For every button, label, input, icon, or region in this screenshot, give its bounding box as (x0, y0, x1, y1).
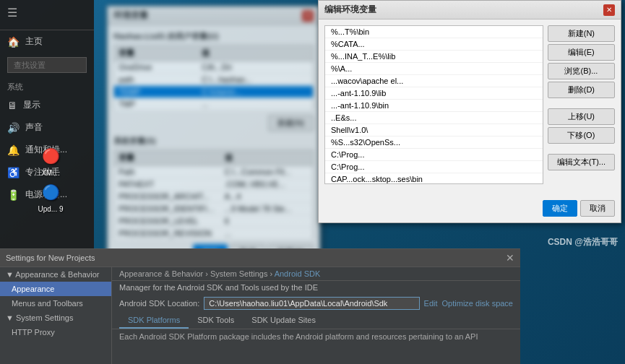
edit-env-titlebar: 编辑环境变量 ✕ (319, 1, 621, 20)
cell-var: PROCESSOR_LEVEL (114, 215, 220, 228)
cell-var: Path (114, 166, 220, 178)
cell-val: C:\...Common Fil... (220, 166, 314, 178)
sdk-content-area: Each Android SDK Platform package includ… (112, 329, 520, 344)
list-item[interactable]: ...-ant-1.10.9\bin (325, 100, 543, 112)
table-row[interactable]: PATHEXT .COM;.VBS;VE... (114, 178, 314, 191)
table-row[interactable]: OneDrive CA\...Dri (114, 61, 314, 74)
move-down-button[interactable]: 下移(O) (548, 127, 615, 144)
list-item[interactable]: ..E&s... (325, 112, 543, 124)
csdn-watermark: CSDN @浩浩哥哥 (548, 236, 618, 248)
browse-button[interactable]: 浏览(B)... (548, 63, 615, 79)
sdk-breadcrumb: Appearance & Behavior › System Settings … (112, 267, 520, 281)
desktop-icon-xmi[interactable]: 🔴 XMi... (29, 144, 72, 177)
sdk-tabs: SDK Platforms SDK Tools SDK Update Sites (112, 313, 520, 329)
search-input[interactable] (7, 57, 87, 73)
env-dialog-1-title: 环境变量 (113, 9, 148, 22)
user-new-button[interactable]: 新建(N) (268, 115, 314, 131)
list-item[interactable]: C:\Prog... (325, 161, 543, 173)
list-item[interactable]: %S...s32\OpenSs... (325, 136, 543, 149)
table-row[interactable]: Path C:\...Common Fil... (114, 166, 314, 178)
env-list[interactable]: %...T%\bin %CATA... %...INA_T...E%\lib %… (324, 25, 543, 184)
cell-val: C:\Users\... (197, 86, 313, 98)
cell-var: TEMP (114, 86, 198, 98)
tab-sdk-platforms[interactable]: SDK Platforms (119, 313, 189, 329)
user-table-col-val: 值 (197, 46, 313, 61)
android-sdk-close-button[interactable]: ✕ (506, 252, 514, 264)
display-icon: 🖥 (7, 100, 17, 111)
sdk-location-input[interactable] (204, 297, 419, 310)
edit-env-title: 编辑环境变量 (324, 4, 376, 16)
xmi-label: XMi... (41, 169, 60, 177)
focus-icon: ♿ (7, 167, 20, 178)
list-item[interactable]: %...T%\bin (325, 26, 543, 38)
env-dialog-background: 环境变量 ✕ Haohao.Liu01 的用户变量(U) 变量 值 OneDri… (107, 6, 320, 267)
list-item[interactable]: %\A... (325, 63, 543, 75)
sys-table-col-var: 变量 (114, 150, 220, 166)
user-vars-label: Haohao.Liu01 的用户变量(U) (113, 31, 314, 42)
sys-table-col-val: 值 (220, 150, 314, 166)
android-sdk-panel-title: Settings for New Projects (6, 254, 95, 262)
tree-item-system-settings[interactable]: ▼ System Settings (0, 311, 111, 325)
nav-home-label: 主页 (25, 35, 43, 48)
breadcrumb-appearance: Appearance & Behavior (119, 269, 203, 278)
edit-env-cancel-button[interactable]: 取消 (580, 200, 615, 217)
system-vars-table: 变量 值 Path C:\...Common Fil... PATHEXT .C… (113, 150, 314, 240)
cell-var: PROCESSOR_ARCHIT... (114, 191, 220, 203)
list-item[interactable]: %CATA... (325, 38, 543, 51)
edit-env-close[interactable]: ✕ (603, 4, 615, 16)
delete-button[interactable]: 删除(D) (548, 82, 615, 98)
edit-env-buttons: 新建(N) 编辑(E) 浏览(B)... 删除(D) 上移(U) 下移(O) 编… (548, 25, 615, 188)
list-item[interactable]: CAP...ock...sktop...ses\bin (325, 173, 543, 184)
table-row[interactable]: PROCESSOR_IDENTIFIER ...9 Model 78 Ste..… (114, 203, 314, 215)
tree-item-http-proxy[interactable]: HTTP Proxy (0, 325, 111, 339)
list-item[interactable]: ...-ant-1.10.9\lib (325, 87, 543, 100)
tree-item-appearance[interactable]: Appearance (0, 282, 111, 296)
cell-val: ... (220, 228, 314, 240)
nav-display[interactable]: 🖥 显示 (0, 94, 94, 116)
tree-item-menus-toolbars[interactable]: Menus and Toolbars (0, 296, 111, 311)
table-row[interactable]: PROCESSOR_REVISION ... (114, 228, 314, 240)
cell-val: ... (197, 98, 313, 110)
edit-path-button[interactable]: 编辑(E) (548, 44, 615, 61)
optimize-link[interactable]: Optimize disk space (442, 299, 513, 308)
new-path-button[interactable]: 新建(N) (548, 25, 615, 42)
desktop-icon-update[interactable]: 🔵 Upd... 9 (29, 181, 72, 213)
list-item[interactable]: ...wacov\apache el... (325, 75, 543, 87)
nav-sound-label: 声音 (25, 121, 43, 134)
search-box (0, 53, 94, 77)
tab-sdk-update-sites[interactable]: SDK Update Sites (243, 313, 324, 329)
nav-home[interactable]: 🏠 主页 (0, 30, 94, 53)
tree-item-appearance-behavior[interactable]: ▼ Appearance & Behavior (0, 267, 111, 282)
windows-settings-sidebar: ☰ 🏠 主页 系统 🖥 显示 🔊 声音 🔔 通知和操... ♿ 专注助手 🔋 电… (0, 0, 94, 260)
table-row[interactable]: PROCESSOR_ARCHIT... A...4 (114, 191, 314, 203)
breadcrumb-android-sdk: Android SDK (275, 269, 321, 278)
system-vars-label: 系统变量(S) (113, 136, 314, 147)
section-system-label: 系统 (0, 77, 94, 94)
sound-icon: 🔊 (7, 122, 20, 134)
edit-link[interactable]: Edit (424, 299, 438, 308)
breadcrumb-sep1: › (205, 269, 210, 278)
table-row[interactable]: path C:\...haohao... (114, 74, 314, 86)
xmi-icon: 🔴 (39, 144, 62, 168)
edit-env-ok-button[interactable]: 确定 (543, 200, 577, 217)
list-item[interactable]: C:\Prog... (325, 149, 543, 161)
table-row[interactable]: TEMP C:\Users\... (114, 86, 314, 98)
desktop: ☰ 🏠 主页 系统 🖥 显示 🔊 声音 🔔 通知和操... ♿ 专注助手 🔋 电… (0, 0, 625, 364)
tab-sdk-tools[interactable]: SDK Tools (189, 313, 243, 329)
list-item[interactable]: Shell\v1.0\ (325, 124, 543, 136)
nav-sound[interactable]: 🔊 声音 (0, 116, 94, 139)
edit-env-content: %...T%\bin %CATA... %...INA_T...E%\lib %… (319, 20, 621, 194)
cell-var: PATHEXT (114, 178, 220, 191)
list-item[interactable]: %...INA_T...E%\lib (325, 51, 543, 63)
cell-var: OneDrive (114, 61, 198, 74)
table-row[interactable]: PROCESSOR_LEVEL 6 (114, 215, 314, 228)
edit-text-button[interactable]: 编辑文本(T)... (548, 154, 615, 170)
breadcrumb-system: System Settings (210, 269, 267, 278)
cell-var: PROCESSOR_REVISION (114, 228, 220, 240)
home-icon: 🏠 (7, 36, 20, 48)
move-up-button[interactable]: 上移(U) (548, 108, 615, 125)
table-row[interactable]: TMP ... (114, 98, 314, 110)
env-dialog-1-close[interactable]: ✕ (302, 10, 314, 22)
sidebar-title-area: ☰ (0, 0, 94, 30)
cell-val: ...9 Model 78 Ste... (220, 203, 314, 215)
